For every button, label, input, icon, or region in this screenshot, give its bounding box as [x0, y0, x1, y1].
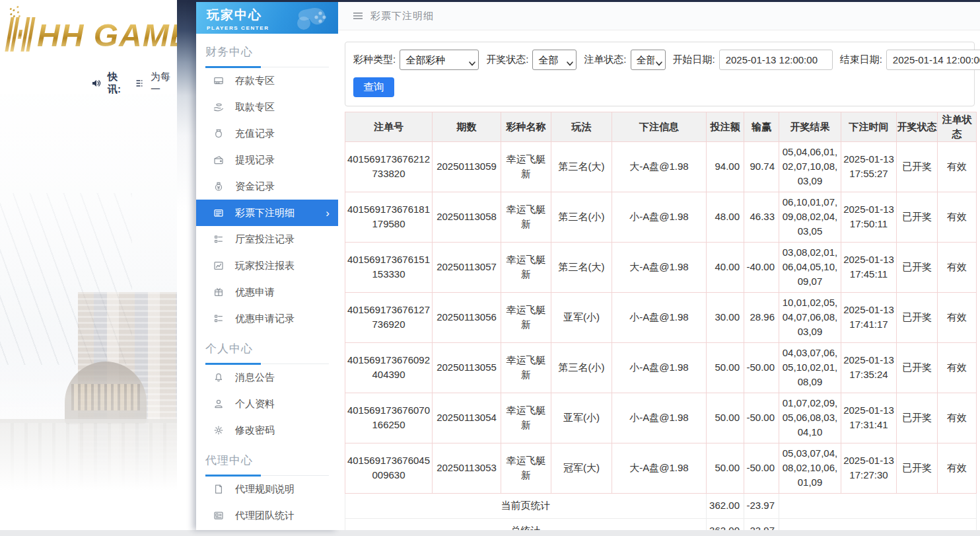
- cell-draw-result: 01,07,02,09,05,06,08,03,04,10: [779, 393, 841, 443]
- sidebar-item-withdraw[interactable]: 取款专区: [196, 94, 338, 120]
- news-ticker-text[interactable]: 为每一: [151, 71, 177, 96]
- ticker-item-icon: [134, 78, 145, 89]
- bet-details-table: 注单号期数彩种名称玩法下注信息投注额输赢开奖结果下注时间开奖状态注单状态 401…: [345, 112, 977, 530]
- sidebar-item-report[interactable]: 玩家投注报表: [196, 252, 338, 279]
- sidebar-item-label: 彩票下注明细: [235, 207, 295, 219]
- cell-lottery-name: 幸运飞艇新: [501, 242, 551, 292]
- main-content: 彩票下注明细 彩种类型: 全部彩种 开奖状态: 全部 注单状态: 全部: [338, 2, 980, 530]
- agent-team-icon: [213, 510, 224, 521]
- cell-bet-amount: 50.00: [707, 393, 744, 443]
- cell-lottery-name: 幸运飞艇新: [501, 342, 551, 393]
- sidebar-item-promo-records[interactable]: 优惠申请记录: [196, 305, 338, 332]
- sidebar-item-agent-team[interactable]: 代理团队统计: [196, 502, 338, 529]
- cell-play-type: 第三名(小): [551, 192, 612, 242]
- cell-draw-result: 10,01,02,05,04,07,06,08,03,09: [779, 292, 841, 342]
- sidebar-menu: 财务中心存款专区取款专区充值记录提现记录资金记录彩票下注明细›厅室投注记录玩家投…: [196, 34, 338, 529]
- cell-order-status: 有效: [938, 342, 977, 393]
- end-date-input[interactable]: [886, 50, 980, 70]
- sidebar-item-funds[interactable]: 资金记录: [196, 173, 338, 200]
- column-header-draw-result: 开奖结果: [779, 112, 841, 142]
- sidebar-item-label: 修改密码: [235, 424, 275, 437]
- gamepad-icon: [284, 3, 335, 34]
- cell-play-type: 第三名(小): [551, 342, 612, 393]
- start-date-label: 开始日期:: [673, 54, 715, 66]
- sidebar-item-label: 代理团队统计: [235, 510, 295, 522]
- start-date-input[interactable]: [719, 50, 833, 70]
- cell-order-status: 有效: [938, 393, 977, 443]
- cell-win-loss: -50.00: [744, 443, 779, 493]
- cell-order-id: 401569173676127736920: [345, 292, 433, 342]
- withdraw-icon: [213, 102, 224, 112]
- cell-lottery-name: 幸运飞艇新: [501, 141, 551, 192]
- summary-empty: [779, 493, 977, 518]
- cell-play-type: 第三名(大): [551, 141, 612, 192]
- sidebar-item-promo[interactable]: 优惠申请: [196, 279, 338, 305]
- cell-draw-result: 03,08,02,01,06,04,05,10,09,07: [779, 242, 841, 292]
- column-header-bet-time: 下注时间: [841, 112, 897, 142]
- cell-period: 20250113056: [433, 292, 501, 342]
- table-header-row: 注单号期数彩种名称玩法下注信息投注额输赢开奖结果下注时间开奖状态注单状态: [345, 112, 977, 142]
- cell-lottery-name: 幸运飞艇新: [501, 292, 551, 342]
- page-title: 彩票下注明细: [370, 10, 434, 22]
- cell-bet-time: 2025-01-13 17:41:17: [841, 292, 897, 342]
- cell-draw-result: 06,10,01,07,09,08,02,04,03,05: [779, 192, 841, 242]
- summary-row: 总统计362.00-23.97: [345, 518, 977, 530]
- sidebar-item-profile[interactable]: 个人资料: [196, 391, 338, 417]
- sidebar-item-label: 充值记录: [235, 128, 275, 140]
- cell-period: 20250113059: [433, 141, 501, 192]
- table-row: 40156917367604500963020250113053幸运飞艇新冠军(…: [345, 443, 977, 493]
- report-icon: [213, 260, 224, 271]
- password-gear-icon: [213, 425, 224, 436]
- cell-order-id: 401569173676181179580: [345, 192, 433, 242]
- cell-order-status: 有效: [938, 443, 977, 493]
- sidebar-item-deposit[interactable]: 存款专区: [196, 67, 338, 94]
- table-row: 40156917367612773692020250113056幸运飞艇新亚军(…: [345, 292, 977, 342]
- agent-rules-icon: [213, 484, 224, 494]
- sidebar-item-label: 存款专区: [235, 75, 275, 87]
- lottery-type-select[interactable]: 全部彩种: [400, 50, 479, 70]
- table-row: 40156917367607016625020250113054幸运飞艇新亚军(…: [345, 393, 977, 443]
- cell-bet-info: 大-A盘@1.98: [612, 242, 707, 292]
- sidebar-item-hall-records[interactable]: 厅室投注记录: [196, 226, 338, 252]
- hall-records-icon: [213, 234, 224, 245]
- cell-win-loss: 90.74: [744, 141, 779, 192]
- cell-bet-amount: 48.00: [707, 192, 744, 242]
- search-button[interactable]: 查询: [353, 77, 394, 97]
- cell-lottery-name: 幸运飞艇新: [501, 393, 551, 443]
- cell-bet-amount: 50.00: [707, 443, 744, 493]
- cell-bet-info: 大-A盘@1.98: [612, 141, 707, 192]
- sidebar-item-password-gear[interactable]: 修改密码: [196, 417, 338, 443]
- sidebar-item-bell[interactable]: 消息公告: [196, 364, 338, 391]
- cell-order-status: 有效: [938, 192, 977, 242]
- background-edge-strip: [177, 0, 196, 530]
- site-logo-text: HH GAME: [37, 20, 177, 52]
- cell-draw-status: 已开奖: [897, 443, 938, 493]
- cell-order-id: 401569173676045009630: [345, 443, 433, 493]
- cell-draw-result: 05,04,06,01,02,07,10,08,03,09: [779, 141, 841, 192]
- sidebar-item-label: 资金记录: [235, 180, 275, 193]
- site-logo[interactable]: HH GAME: [8, 17, 177, 52]
- sidebar-item-recharge[interactable]: 充值记录: [196, 120, 338, 147]
- cell-order-id: 401569173676070166250: [345, 393, 433, 443]
- lottery-type-label: 彩种类型:: [353, 54, 396, 66]
- cell-bet-info: 小-A盘@1.98: [612, 292, 707, 342]
- sidebar-section-title: 个人中心: [205, 341, 329, 364]
- order-status-select[interactable]: 全部: [631, 50, 666, 70]
- sidebar-header: 玩家中心 PLAYERS CENTER: [196, 2, 338, 34]
- cell-bet-info: 大-A盘@1.98: [612, 443, 707, 493]
- cell-play-type: 亚军(小): [551, 393, 612, 443]
- sidebar-item-agent-rules[interactable]: 代理规则说明: [196, 476, 338, 502]
- city-background-image: [0, 94, 177, 530]
- cell-period: 20250113054: [433, 393, 501, 443]
- draw-status-select[interactable]: 全部: [532, 50, 577, 70]
- cell-draw-status: 已开奖: [897, 342, 938, 393]
- deposit-icon: [213, 75, 224, 86]
- cell-order-id: 401569173676151153330: [345, 242, 433, 292]
- sidebar-item-cashout[interactable]: 提现记录: [196, 147, 338, 173]
- cell-draw-result: 05,03,07,04,08,02,10,06,01,09: [779, 443, 841, 493]
- summary-empty: [779, 518, 977, 530]
- cell-bet-time: 2025-01-13 17:27:30: [841, 443, 897, 493]
- sidebar-item-label: 优惠申请记录: [235, 313, 295, 325]
- hamburger-icon[interactable]: [353, 11, 363, 21]
- sidebar-item-lottery-detail[interactable]: 彩票下注明细›: [196, 200, 338, 226]
